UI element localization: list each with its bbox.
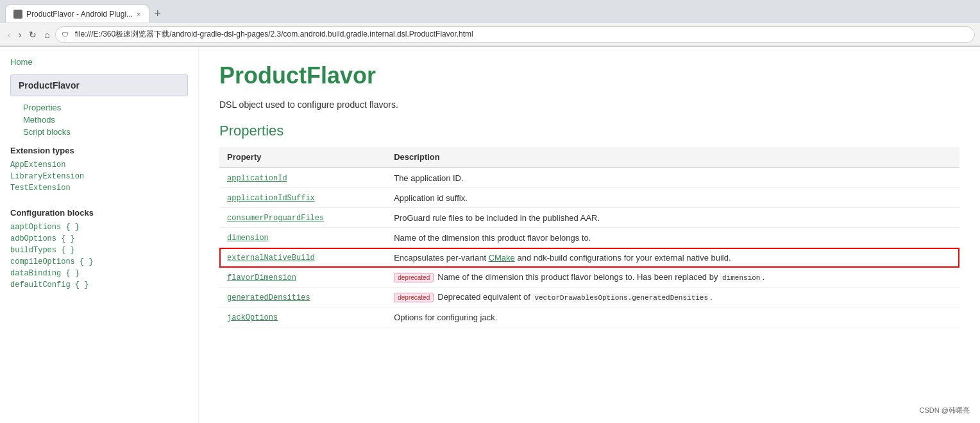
sidebar-adboptions[interactable]: adbOptions { } — [10, 234, 188, 243]
extension-types-title: Extension types — [10, 146, 188, 155]
extension-types-list: AppExtension LibraryExtension TestExtens… — [10, 160, 188, 193]
prop-desc-cell: Options for configuring jack. — [386, 307, 959, 327]
url-input[interactable] — [55, 26, 975, 43]
watermark: CSDN @韩曙亮 — [920, 406, 970, 415]
active-tab[interactable]: ProductFlavor - Android Plugi... × — [5, 4, 149, 22]
prop-name-link[interactable]: dimension — [227, 234, 269, 243]
prop-name-cell[interactable]: consumerProguardFiles — [219, 208, 386, 228]
sidebar-appextension[interactable]: AppExtension — [10, 160, 188, 169]
url-lock-icon: 🛡 — [62, 31, 69, 39]
prop-name-link[interactable]: applicationId — [227, 174, 287, 183]
deprecated-badge: deprecated — [394, 293, 434, 302]
tab-title: ProductFlavor - Android Plugi... — [26, 10, 133, 19]
sidebar-buildtypes[interactable]: buildTypes { } — [10, 246, 188, 255]
table-row: externalNativeBuildEncapsulates per-vari… — [219, 248, 959, 268]
prop-desc-cell: Encapsulates per-variant CMake and ndk-b… — [386, 248, 959, 268]
prop-desc-cell: Name of the dimension this product flavo… — [386, 228, 959, 248]
new-tab-button[interactable]: + — [149, 4, 167, 22]
sidebar-link-methods[interactable]: Methods — [23, 115, 188, 125]
page-layout: Home ProductFlavor Properties Methods Sc… — [0, 47, 980, 423]
inline-code: dimension — [720, 273, 762, 282]
table-row: generatedDensitiesdeprecatedDeprecated e… — [219, 288, 959, 307]
page-description: DSL object used to configure product fla… — [219, 99, 959, 110]
sidebar-link-properties[interactable]: Properties — [23, 103, 188, 112]
prop-name-link[interactable]: flavorDimension — [227, 273, 296, 282]
table-row: applicationIdThe application ID. — [219, 168, 959, 188]
prop-name-link[interactable]: generatedDensities — [227, 293, 310, 302]
sidebar-defaultconfig[interactable]: defaultConfig { } — [10, 281, 188, 289]
forward-button[interactable]: › — [16, 28, 24, 41]
col-description: Description — [386, 147, 959, 168]
prop-desc-cell: The application ID. — [386, 168, 959, 188]
prop-desc-cell: ProGuard rule files to be included in th… — [386, 208, 959, 228]
table-row: consumerProguardFilesProGuard rule files… — [219, 208, 959, 228]
table-row: jackOptionsOptions for configuring jack. — [219, 307, 959, 327]
table-row: flavorDimensiondeprecatedName of the dim… — [219, 268, 959, 288]
sidebar-link-scriptblocks[interactable]: Script blocks — [23, 127, 188, 137]
prop-desc-cell: deprecatedDeprecated equivalent of vecto… — [386, 288, 959, 307]
prop-name-cell[interactable]: externalNativeBuild — [219, 248, 386, 268]
table-body: applicationIdThe application ID.applicat… — [219, 168, 959, 327]
prop-name-cell[interactable]: applicationId — [219, 168, 386, 188]
sidebar: Home ProductFlavor Properties Methods Sc… — [0, 47, 199, 423]
inline-code: vectorDrawablesOptions.generatedDensitie… — [532, 293, 710, 302]
tab-close-button[interactable]: × — [137, 10, 140, 18]
prop-desc-cell: deprecatedName of the dimension this pro… — [386, 268, 959, 288]
url-container: 🛡 — [55, 26, 975, 43]
sidebar-compileoptions[interactable]: compileOptions { } — [10, 257, 188, 266]
properties-table: Property Description applicationIdThe ap… — [219, 147, 959, 327]
prop-name-link[interactable]: jackOptions — [227, 313, 278, 322]
sidebar-aaptoptions[interactable]: aaptOptions { } — [10, 223, 188, 232]
desc-link[interactable]: CMake — [489, 253, 515, 263]
sidebar-nav-links: Properties Methods Script blocks — [10, 103, 188, 137]
nav-bar: ‹ › ↻ ⌂ 🛡 — [0, 23, 980, 46]
prop-name-link[interactable]: externalNativeBuild — [227, 254, 315, 263]
prop-desc-cell: Application id suffix. — [386, 188, 959, 208]
properties-section-title: Properties — [219, 123, 959, 139]
refresh-button[interactable]: ↻ — [26, 28, 39, 41]
tab-favicon — [13, 10, 22, 19]
table-row: dimensionName of the dimension this prod… — [219, 228, 959, 248]
browser-chrome: ProductFlavor - Android Plugi... × + ‹ ›… — [0, 0, 980, 47]
config-blocks-list: aaptOptions { } adbOptions { } buildType… — [10, 223, 188, 289]
prop-name-cell[interactable]: jackOptions — [219, 307, 386, 327]
sidebar-libraryextension[interactable]: LibraryExtension — [10, 172, 188, 181]
prop-name-cell[interactable]: generatedDensities — [219, 288, 386, 307]
deprecated-badge: deprecated — [394, 273, 434, 282]
page-title: ProductFlavor — [219, 62, 959, 89]
prop-name-link[interactable]: consumerProguardFiles — [227, 214, 324, 223]
home-button[interactable]: ⌂ — [42, 28, 52, 41]
table-row: applicationIdSuffixApplication id suffix… — [219, 188, 959, 208]
main-content: ProductFlavor DSL object used to configu… — [199, 47, 980, 423]
config-blocks-title: Configuration blocks — [10, 208, 188, 218]
prop-name-cell[interactable]: applicationIdSuffix — [219, 188, 386, 208]
sidebar-current-item: ProductFlavor — [10, 74, 188, 96]
sidebar-databinding[interactable]: dataBinding { } — [10, 269, 188, 278]
tab-bar: ProductFlavor - Android Plugi... × + — [0, 0, 980, 23]
sidebar-home-link[interactable]: Home — [10, 57, 188, 67]
prop-name-cell[interactable]: dimension — [219, 228, 386, 248]
prop-name-cell[interactable]: flavorDimension — [219, 268, 386, 288]
back-button[interactable]: ‹ — [5, 28, 13, 41]
sidebar-testextension[interactable]: TestExtension — [10, 184, 188, 193]
table-header: Property Description — [219, 147, 959, 168]
col-property: Property — [219, 147, 386, 168]
prop-name-link[interactable]: applicationIdSuffix — [227, 194, 315, 203]
table-header-row: Property Description — [219, 147, 959, 168]
